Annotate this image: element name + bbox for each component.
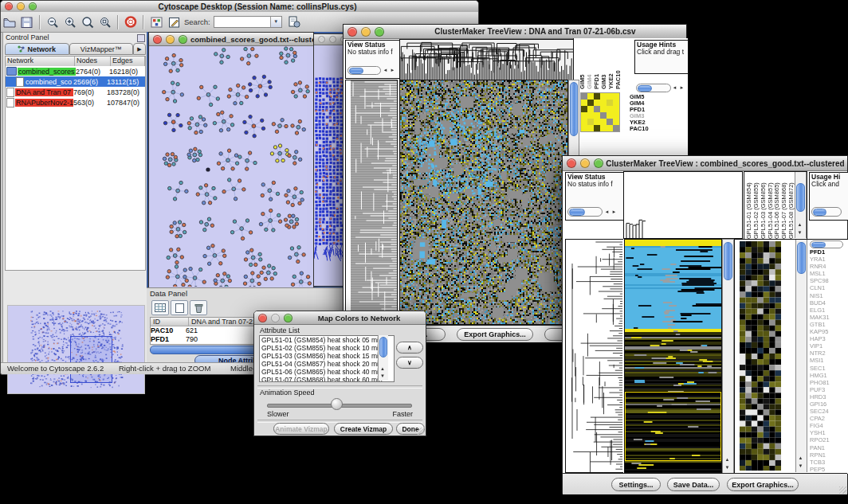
- zoom-window-icon[interactable]: [29, 2, 37, 10]
- gene-label[interactable]: PFD1: [810, 248, 848, 256]
- column-edges[interactable]: Edges: [111, 57, 145, 66]
- gene-label[interactable]: HMG1: [810, 372, 848, 379]
- create-vizmap-button[interactable]: Create Vizmap: [334, 423, 393, 435]
- export-graphics-button[interactable]: Export Graphics...: [727, 478, 799, 491]
- attribute-item[interactable]: GPL51-02 (GSM855) heat shock 10 min: [260, 344, 394, 352]
- gene-label[interactable]: PUF3: [810, 386, 848, 393]
- move-down-button[interactable]: ∨: [396, 357, 423, 369]
- zoom-window-icon[interactable]: [375, 27, 384, 37]
- zoom-window-icon[interactable]: [179, 35, 187, 44]
- view-status-hscrollbar[interactable]: [567, 207, 603, 217]
- scroll-down-icon[interactable]: ▼: [795, 229, 804, 236]
- select-attributes-button[interactable]: [151, 300, 169, 315]
- gene-label[interactable]: SPC98: [810, 277, 848, 284]
- scroll-down-icon[interactable]: ▼: [723, 464, 732, 471]
- gene-label[interactable]: TCB3: [810, 459, 848, 466]
- new-attribute-button[interactable]: [171, 300, 188, 315]
- attribute-item[interactable]: GPL51-01 (GSM854) heat shock 05 min: [260, 336, 394, 344]
- gene-label[interactable]: RNR4: [810, 263, 848, 270]
- attribute-item[interactable]: GPL51-06 (GSM865) heat shock 40 min: [260, 368, 394, 376]
- attribute-browser-button[interactable]: [285, 14, 303, 30]
- zoom-heatmap-canvas[interactable]: [740, 241, 781, 471]
- minimize-icon[interactable]: [329, 36, 336, 43]
- close-icon[interactable]: [258, 314, 267, 322]
- zoom-window-icon[interactable]: [594, 158, 603, 168]
- row-dendrogram[interactable]: [565, 239, 623, 473]
- gene-label[interactable]: SEC24: [810, 408, 848, 415]
- network-list-row[interactable]: DNA and Tran 07769(0)183728(0): [6, 87, 145, 97]
- gene-label[interactable]: PEP5: [810, 466, 848, 472]
- tab-network[interactable]: Network: [5, 43, 69, 55]
- gene-label-list[interactable]: PFD1YRA1RNR4MSL1SPC98CLN1NIS1BUD4ELG1MAK…: [810, 248, 848, 472]
- attribute-list[interactable]: GPL51-01 (GSM854) heat shock 05 minGPL51…: [259, 335, 395, 382]
- minimize-icon[interactable]: [166, 35, 175, 44]
- network-list-row[interactable]: combined_sco2569(6)13112(15): [6, 76, 145, 87]
- tab-vizmapper[interactable]: VizMapper™: [69, 43, 134, 55]
- open-session-button[interactable]: [1, 14, 18, 30]
- usage-hints-hscrollbar[interactable]: [811, 207, 842, 217]
- scroll-up-icon[interactable]: ▲: [795, 221, 804, 229]
- heatmap-vscrollbar[interactable]: ▲ ▼: [722, 239, 734, 475]
- animate-vizmap-button[interactable]: Animate Vizmap: [273, 423, 329, 435]
- row-dendrogram[interactable]: [345, 80, 398, 325]
- gene-label[interactable]: HRD3: [810, 393, 848, 400]
- gene-list-hscrollbar[interactable]: [810, 240, 843, 248]
- gene-label[interactable]: NTR2: [810, 350, 848, 357]
- zoom-selected-button[interactable]: [79, 14, 96, 30]
- gene-label[interactable]: FIG4: [810, 422, 848, 429]
- column-labels-vscrollbar[interactable]: ▲ ▼: [795, 172, 807, 238]
- attribute-item[interactable]: GPL51-07 (GSM868) heat shock 60 min: [260, 376, 394, 382]
- attribute-item[interactable]: GPL51-04 (GSM857) heat shock 20 min: [260, 360, 394, 368]
- settings-button[interactable]: Settings...: [611, 478, 661, 491]
- minimize-icon[interactable]: [361, 27, 371, 37]
- main-titlebar[interactable]: Cytoscape Desktop (Session Name: collins…: [1, 1, 478, 13]
- gene-label[interactable]: PHO81: [810, 379, 848, 386]
- gene-label[interactable]: MAK31: [810, 314, 848, 321]
- gene-label[interactable]: MSL1: [810, 270, 848, 277]
- network-view-window[interactable]: combined_scores_good.txt--cluste...: [148, 32, 314, 288]
- usage-hints-hscrollbar[interactable]: [636, 84, 671, 92]
- zoom-out-button[interactable]: [44, 14, 61, 30]
- treeview2-titlebar[interactable]: ClusterMaker TreeView : combined_scores_…: [563, 156, 847, 171]
- gene-label[interactable]: HAP3: [810, 335, 848, 342]
- vizmap-icon-button[interactable]: [147, 14, 165, 30]
- minimize-icon[interactable]: [271, 314, 280, 322]
- tab-overflow-button[interactable]: ▶: [133, 43, 146, 55]
- gene-label[interactable]: RPO21: [810, 436, 848, 443]
- gene-label[interactable]: CLN1: [810, 284, 848, 291]
- column-dendrogram[interactable]: [399, 39, 574, 80]
- scroll-left-icon[interactable]: ◄: [671, 84, 678, 92]
- move-up-button[interactable]: ∧: [396, 342, 423, 354]
- network-list-row[interactable]: combined_scores2764(0)16218(0): [6, 66, 145, 76]
- close-icon[interactable]: [153, 35, 162, 44]
- zoom-fit-button[interactable]: [96, 14, 114, 30]
- gene-label[interactable]: SEC1: [810, 365, 848, 372]
- heatmap-canvas[interactable]: [624, 239, 722, 473]
- scroll-up-icon[interactable]: ▲: [379, 365, 387, 373]
- resize-grip[interactable]: [418, 428, 425, 435]
- zoom-in-button[interactable]: [61, 14, 79, 30]
- slider-thumb[interactable]: [331, 398, 343, 410]
- gene-label[interactable]: CPA2: [810, 415, 848, 422]
- search-input[interactable]: ▼: [214, 16, 282, 28]
- gene-label[interactable]: BUD4: [810, 299, 848, 307]
- heatmap-canvas[interactable]: [399, 80, 568, 325]
- search-dropdown-icon[interactable]: ▼: [270, 17, 281, 27]
- annotation-button[interactable]: [165, 14, 183, 30]
- gene-label[interactable]: NIS1: [810, 292, 848, 299]
- network-list[interactable]: combined_scores2764(0)16218(0)combined_s…: [5, 66, 146, 271]
- gene-label[interactable]: YSH1: [810, 429, 848, 436]
- gene-label[interactable]: GTB1: [810, 321, 848, 328]
- help-lifering-button[interactable]: [122, 14, 139, 30]
- float-panel-icon[interactable]: [137, 34, 145, 42]
- resize-grip[interactable]: [839, 486, 846, 494]
- view-status-hscrollbar[interactable]: [347, 66, 381, 75]
- column-dendrogram[interactable]: [623, 171, 743, 239]
- delete-attribute-button[interactable]: [190, 300, 207, 315]
- scroll-up-icon[interactable]: ▲: [723, 456, 732, 463]
- dialog-titlebar[interactable]: Map Colors to Network: [254, 311, 426, 325]
- gene-label[interactable]: VIP1: [810, 342, 848, 350]
- gene-label[interactable]: YRA1: [810, 256, 848, 263]
- correlation-matrix[interactable]: [580, 92, 620, 132]
- save-session-button[interactable]: [18, 14, 36, 30]
